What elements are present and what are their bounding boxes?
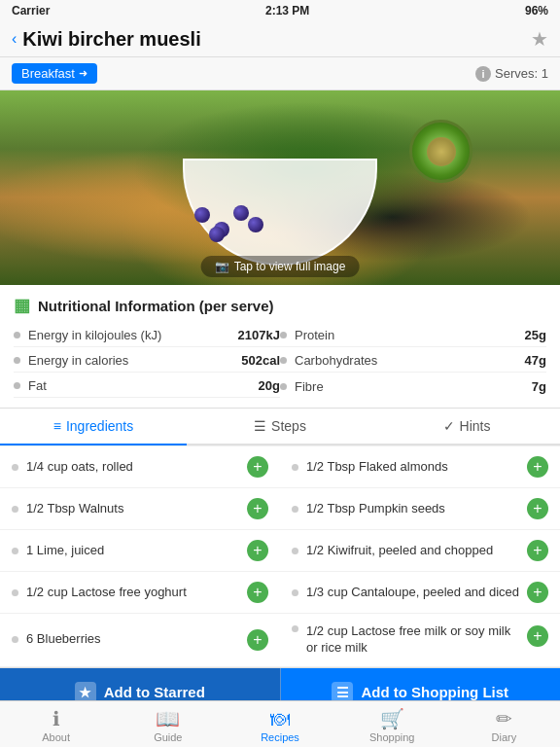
tab-guide[interactable]: 📖 Guide xyxy=(112,701,224,747)
add-ingredient-button[interactable]: + xyxy=(247,540,268,561)
dot-icon xyxy=(12,636,18,643)
nutrition-value: 47g xyxy=(525,353,546,368)
dot-icon xyxy=(292,625,298,632)
serves-info: i Serves: 1 xyxy=(475,66,548,82)
info-icon: i xyxy=(475,66,491,82)
recipes-icon: 🍽 xyxy=(270,709,290,729)
recipes-label: Recipes xyxy=(261,731,299,743)
nutrition-title-text: Nutritional Information (per serve) xyxy=(38,298,274,314)
tab-recipes[interactable]: 🍽 Recipes xyxy=(224,701,335,747)
back-button[interactable]: ‹ xyxy=(12,30,17,48)
bottom-tab-bar: ℹ About 📖 Guide 🍽 Recipes 🛒 Shopping ✏ D… xyxy=(0,700,560,747)
nutrition-row: Protein 25g xyxy=(280,324,546,347)
kiwi-decoration xyxy=(409,120,472,183)
shopping-icon: 🛒 xyxy=(380,709,404,729)
dot-icon xyxy=(280,383,287,390)
nutrition-row: Energy in kilojoules (kJ) 2107kJ xyxy=(14,324,280,347)
add-to-shopping-label: Add to Shopping List xyxy=(361,684,508,700)
ingredient-item: 1 Lime, juiced + xyxy=(0,530,280,572)
dot-icon xyxy=(14,357,20,364)
nutrition-value: 20g xyxy=(259,378,280,393)
serves-label: Serves: 1 xyxy=(495,66,548,81)
meal-bar: Breakfast ➜ i Serves: 1 xyxy=(0,57,560,90)
ingredient-item: 6 Blueberries + xyxy=(0,614,280,667)
ingredients-tab-label: Ingredients xyxy=(66,418,133,434)
meal-type-tag[interactable]: Breakfast ➜ xyxy=(12,63,97,84)
ingredient-item: 1/3 cup Cantaloupe, peeled and diced + xyxy=(280,572,560,614)
meal-type-label: Breakfast xyxy=(21,66,75,81)
status-bar: Carrier 2:13 PM 96% xyxy=(0,0,560,21)
ingredient-item: 1/2 Kiwifruit, peeled and chopped + xyxy=(280,530,560,572)
blueberry-5 xyxy=(248,217,263,232)
tab-ingredients[interactable]: ≡ Ingredients xyxy=(0,409,187,445)
battery-label: 96% xyxy=(525,4,548,18)
nutrition-value: 502cal xyxy=(241,353,280,368)
dot-icon xyxy=(12,589,18,596)
nutrition-label: Carbohydrates xyxy=(295,353,525,368)
tap-overlay[interactable]: 📷 Tap to view full image xyxy=(201,256,360,277)
nutrition-row: Fibre 7g xyxy=(280,374,546,398)
favorite-button[interactable]: ★ xyxy=(531,27,548,51)
carrier-label: Carrier xyxy=(12,4,50,18)
hints-tab-icon: ✓ xyxy=(443,418,455,434)
steps-tab-label: Steps xyxy=(271,418,306,434)
ingredient-item: 1/2 cup Lactose free milk or soy milk or… xyxy=(280,614,560,667)
blueberry-3 xyxy=(233,205,249,221)
ingredient-text: 1 Lime, juiced xyxy=(26,543,241,559)
nutrition-label: Energy in calories xyxy=(28,353,241,368)
diary-label: Diary xyxy=(492,731,517,743)
add-ingredient-button[interactable]: + xyxy=(527,456,548,478)
ingredient-text: 1/2 Tbsp Pumpkin seeds xyxy=(306,501,521,517)
hero-image[interactable]: 📷 Tap to view full image xyxy=(0,90,560,285)
shopping-label: Shopping xyxy=(369,731,415,743)
diary-icon: ✏ xyxy=(496,709,512,729)
nutrition-label: Protein xyxy=(295,328,525,342)
tap-text: Tap to view full image xyxy=(234,260,346,273)
blueberry-1 xyxy=(194,207,210,223)
tab-diary[interactable]: ✏ Diary xyxy=(448,701,560,747)
add-ingredient-button[interactable]: + xyxy=(527,582,548,603)
page-title: Kiwi bircher muesli xyxy=(22,28,531,51)
ingredient-item: 1/2 Tbsp Pumpkin seeds + xyxy=(280,488,560,530)
ingredients-section: 1/4 cup oats, rolled + 1/2 Tbsp Flaked a… xyxy=(0,445,560,667)
ingredient-item: 1/2 Tbsp Flaked almonds + xyxy=(280,446,560,488)
ingredient-item: 1/2 Tbsp Walnuts + xyxy=(0,488,280,530)
nutrition-row: Energy in calories 502cal xyxy=(14,349,280,373)
add-ingredient-button[interactable]: + xyxy=(247,582,268,603)
nutrition-label: Fat xyxy=(28,378,259,393)
add-ingredient-button[interactable]: + xyxy=(527,540,548,561)
add-ingredient-button[interactable]: + xyxy=(247,629,268,651)
ingredient-text: 6 Blueberries xyxy=(26,631,241,648)
ingredient-text: 1/2 Tbsp Walnuts xyxy=(26,501,241,517)
nutrition-value: 2107kJ xyxy=(238,328,280,342)
nav-bar: ‹ Kiwi bircher muesli ★ xyxy=(0,21,560,57)
nutrition-row: Fat 20g xyxy=(14,374,280,398)
dot-icon xyxy=(12,506,18,513)
nutrition-label: Fibre xyxy=(295,379,532,394)
nutrition-value: 7g xyxy=(532,379,546,394)
dot-icon xyxy=(280,332,287,338)
add-ingredient-button[interactable]: + xyxy=(527,498,548,519)
dot-icon xyxy=(292,506,298,513)
add-ingredient-button[interactable]: + xyxy=(247,456,268,478)
tab-about[interactable]: ℹ About xyxy=(0,701,112,747)
camera-icon: 📷 xyxy=(215,260,229,273)
ingredient-text: 1/2 Kiwifruit, peeled and chopped xyxy=(306,543,521,559)
dot-icon xyxy=(14,382,20,389)
ingredient-text: 1/2 cup Lactose free milk or soy milk or… xyxy=(306,623,521,657)
tab-hints[interactable]: ✓ Hints xyxy=(373,409,560,444)
ingredients-grid: 1/4 cup oats, rolled + 1/2 Tbsp Flaked a… xyxy=(0,445,560,667)
dot-icon xyxy=(292,548,298,554)
nutrition-row: Carbohydrates 47g xyxy=(280,349,546,373)
ingredients-tab-icon: ≡ xyxy=(53,418,61,434)
guide-icon: 📖 xyxy=(156,709,180,729)
ingredient-text: 1/3 cup Cantaloupe, peeled and diced xyxy=(306,585,521,601)
guide-label: Guide xyxy=(154,731,182,743)
about-label: About xyxy=(42,731,70,743)
tab-shopping[interactable]: 🛒 Shopping xyxy=(336,701,448,747)
add-ingredient-button[interactable]: + xyxy=(527,625,548,647)
add-ingredient-button[interactable]: + xyxy=(247,498,268,519)
steps-tab-icon: ☰ xyxy=(254,418,266,434)
tab-steps[interactable]: ☰ Steps xyxy=(187,409,373,444)
ingredient-item: 1/2 cup Lactose free yoghurt + xyxy=(0,572,280,614)
